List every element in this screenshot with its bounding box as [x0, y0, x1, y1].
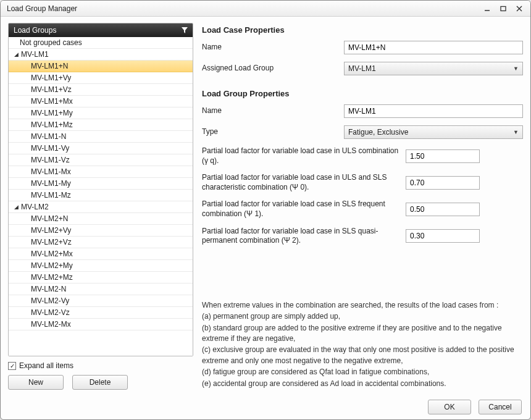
tree-header: Load Groups	[9, 23, 193, 37]
load-group-type-row: Type Fatigue, Exclusive ▼	[202, 125, 523, 139]
load-group-type-select[interactable]: Fatigue, Exclusive ▼	[344, 125, 523, 139]
window-title: Load Group Manager	[7, 4, 77, 13]
tree-actions: New Delete	[8, 375, 193, 390]
tree-container: Load Groups Not grouped cases◢MV-LM1MV-L…	[8, 23, 193, 356]
tree-item-label: MV-LM1-My	[31, 179, 71, 188]
tree-row[interactable]: MV-LM1-Mz	[9, 190, 193, 201]
tree-row[interactable]: MV-LM1+Mz	[9, 119, 193, 131]
titlebar[interactable]: Load Group Manager	[1, 1, 530, 17]
tree-item-label: MV-LM1+My	[31, 109, 73, 117]
tree-row[interactable]: MV-LM1+Mx	[9, 96, 193, 107]
dialog-footer: OK Cancel	[1, 395, 530, 419]
load-groups-tree[interactable]: Not grouped cases◢MV-LM1MV-LM1+NMV-LM1+V…	[9, 37, 193, 356]
tree-row[interactable]: MV-LM2-Mx	[9, 319, 193, 330]
help-e: (e) accidental group are considered as A…	[202, 379, 523, 389]
tree-row[interactable]: MV-LM1-My	[9, 178, 193, 190]
tree-row[interactable]: MV-LM2-Vz	[9, 307, 193, 319]
help-text: When extreme values in the combination a…	[202, 288, 523, 390]
help-a: (a) permanent group are simply added up,	[202, 311, 523, 322]
tree-row[interactable]: MV-LM2+Mx	[9, 248, 193, 260]
tree-item-label: MV-LM2+My	[31, 261, 73, 270]
load-group-type-label: Type	[202, 127, 344, 137]
factor-row: Partial load factor for variable load ca…	[202, 146, 523, 166]
assigned-group-select[interactable]: MV-LM1 ▼	[344, 62, 523, 75]
maximize-button[interactable]	[496, 4, 511, 14]
tree-row[interactable]: ◢MV-LM1	[9, 49, 193, 61]
load-case-name-input[interactable]	[344, 41, 523, 54]
tree-item-label: MV-LM1+Vz	[31, 85, 72, 94]
tree-row[interactable]: MV-LM1-N	[9, 131, 193, 143]
chevron-down-icon: ▼	[513, 129, 519, 135]
tree-row[interactable]: ◢MV-LM2	[9, 201, 193, 213]
close-button[interactable]	[512, 4, 527, 14]
tree-item-label: MV-LM1+Mx	[31, 97, 73, 106]
tree-row[interactable]: MV-LM1+Vy	[9, 72, 193, 84]
tree-row[interactable]: MV-LM2-Vy	[9, 295, 193, 307]
load-group-type-value: Fatigue, Exclusive	[348, 128, 408, 136]
expander-icon[interactable]: ◢	[12, 51, 20, 58]
tree-row[interactable]: MV-LM1-Vz	[9, 154, 193, 166]
dialog-window: Load Group Manager Load Groups	[0, 0, 531, 420]
expand-all-row[interactable]: ✓ Expand all items	[8, 361, 193, 370]
factor-input-2[interactable]	[406, 203, 480, 216]
tree-row[interactable]: MV-LM2+Vy	[9, 225, 193, 237]
cancel-button[interactable]: Cancel	[479, 400, 522, 414]
load-case-name-label: Name	[202, 43, 344, 52]
tree-item-label: MV-LM2+Mx	[31, 250, 73, 258]
tree-row[interactable]: MV-LM2+Mz	[9, 272, 193, 284]
help-c: (c) exclusive group are evaluated in the…	[202, 345, 523, 366]
factor-input-1[interactable]	[406, 176, 480, 190]
close-icon	[516, 6, 522, 12]
tree-item-label: Not grouped cases	[20, 38, 82, 47]
right-panel: Load Case Properties Name Assigned Load …	[202, 23, 523, 390]
minimize-button[interactable]	[480, 4, 495, 14]
expand-all-checkbox[interactable]: ✓	[8, 362, 16, 370]
tree-item-label: MV-LM2+N	[31, 214, 68, 223]
tree-group-label: MV-LM1	[21, 50, 49, 59]
tree-item-label: MV-LM1+Vy	[31, 74, 71, 82]
tree-item-label: MV-LM2-Vy	[31, 296, 69, 305]
load-group-name-row: Name	[202, 104, 523, 118]
dialog-body: Load Groups Not grouped cases◢MV-LM1MV-L…	[1, 17, 530, 395]
tree-item-label: MV-LM2-Vz	[31, 308, 70, 317]
new-button[interactable]: New	[8, 375, 64, 390]
load-case-name-row: Name	[202, 41, 523, 54]
maximize-icon	[500, 6, 506, 12]
factor-label: Partial load factor for variable load ca…	[202, 146, 406, 166]
tree-row[interactable]: MV-LM1+Vz	[9, 84, 193, 96]
factor-input-3[interactable]	[406, 229, 480, 243]
tree-item-label: MV-LM2+Vy	[31, 226, 71, 235]
tree-item-label: MV-LM1+Mz	[31, 120, 73, 129]
svg-rect-1	[501, 6, 506, 10]
expander-icon[interactable]: ◢	[12, 203, 20, 211]
tree-row[interactable]: MV-LM2+Vz	[9, 237, 193, 248]
factor-row: Partial load factor for variable load ca…	[202, 200, 523, 219]
load-case-section-title: Load Case Properties	[202, 25, 523, 35]
help-intro: When extreme values in the combination a…	[202, 300, 523, 311]
tree-item-label: MV-LM1-Vy	[31, 144, 69, 153]
tree-row[interactable]: MV-LM1-Vy	[9, 143, 193, 154]
tree-row[interactable]: Not grouped cases	[9, 37, 193, 49]
ok-button[interactable]: OK	[428, 400, 471, 414]
tree-item-label: MV-LM1-Mx	[31, 167, 71, 176]
load-group-name-input[interactable]	[344, 104, 523, 118]
factor-label: Partial load factor for variable load ca…	[202, 227, 406, 246]
filter-icon[interactable]	[180, 26, 189, 35]
tree-item-label: MV-LM1-N	[31, 132, 66, 141]
factor-label: Partial load factor for variable load ca…	[202, 200, 406, 219]
tree-row[interactable]: MV-LM2-N	[9, 284, 193, 295]
tree-group-label: MV-LM2	[21, 203, 49, 211]
delete-button[interactable]: Delete	[72, 375, 128, 390]
tree-item-label: MV-LM2-N	[31, 285, 66, 293]
tree-row[interactable]: MV-LM2+My	[9, 260, 193, 272]
tree-item-label: MV-LM1+N	[31, 62, 68, 70]
tree-row[interactable]: MV-LM1+My	[9, 107, 193, 119]
factor-input-0[interactable]	[406, 149, 480, 163]
load-case-group-row: Assigned Load Group MV-LM1 ▼	[202, 62, 523, 75]
load-group-section-title: Load Group Properties	[202, 89, 523, 98]
tree-row[interactable]: MV-LM2+N	[9, 213, 193, 225]
tree-row[interactable]: MV-LM1+N	[9, 61, 193, 72]
minimize-icon	[484, 6, 490, 12]
tree-row[interactable]: MV-LM1-Mx	[9, 166, 193, 178]
left-panel: Load Groups Not grouped cases◢MV-LM1MV-L…	[8, 23, 193, 390]
